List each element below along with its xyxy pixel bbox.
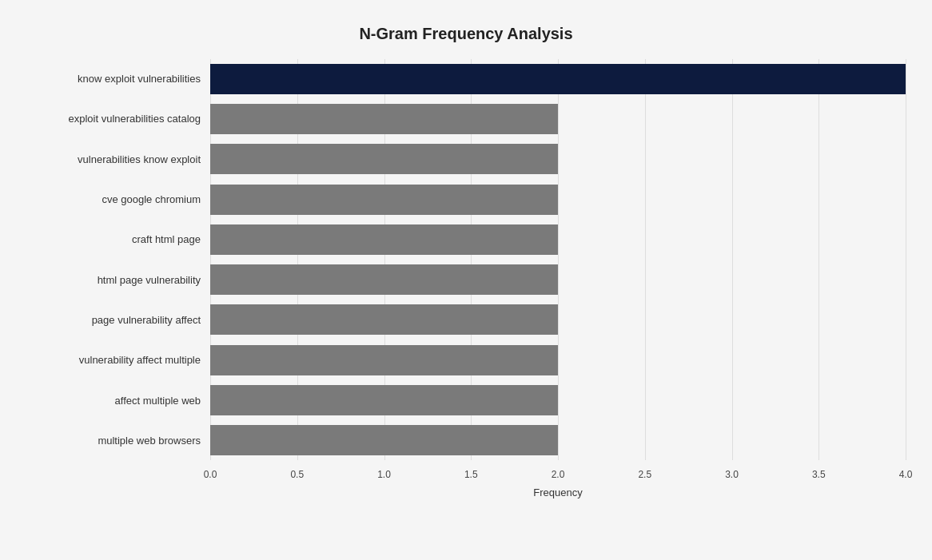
bar-label: vulnerabilities know exploit [26,153,210,165]
bar-wrapper [210,380,906,420]
bar-row: html page vulnerability [26,260,906,300]
bar-label: multiple web browsers [26,435,210,447]
bar-row: affect multiple web [26,380,906,420]
bar-wrapper [210,300,906,340]
bar-wrapper [210,340,906,380]
bar-rect [210,425,558,455]
chart-area: know exploit vulnerabilitiesexploit vuln… [26,59,906,498]
bar-wrapper [210,220,906,260]
bar-rect [210,104,558,134]
bar-row: multiple web browsers [26,420,906,460]
bar-label: know exploit vulnerabilities [26,73,210,85]
bar-row: vulnerabilities know exploit [26,139,906,179]
bar-label: page vulnerability affect [26,314,210,326]
bar-wrapper [210,139,906,179]
bar-label: affect multiple web [26,395,210,407]
x-tick: 0.5 [290,469,304,480]
x-axis-label: Frequency [210,487,906,498]
bar-rect [210,304,558,335]
bar-row: know exploit vulnerabilities [26,59,906,99]
bar-rect [210,64,906,94]
bar-row: vulnerability affect multiple [26,340,906,380]
bar-label: cve google chromium [26,193,210,205]
x-tick: 0.0 [204,469,217,480]
bar-wrapper [210,99,906,139]
x-tick: 1.0 [377,469,391,480]
bar-wrapper [210,420,906,460]
x-tick: 3.5 [812,469,826,480]
bar-row: cve google chromium [26,179,906,219]
bars-section: know exploit vulnerabilitiesexploit vuln… [26,59,906,461]
bar-rect [210,224,558,255]
bar-rect [210,185,558,215]
bar-label: vulnerability affect multiple [26,354,210,366]
x-axis: 0.00.51.01.52.02.53.03.54.0 [210,467,906,483]
chart-title: N-Gram Frequency Analysis [26,25,906,43]
bar-label: html page vulnerability [26,274,210,286]
x-tick: 1.5 [464,469,478,480]
x-tick: 2.5 [638,469,651,480]
bar-rect [210,264,558,295]
bar-rect [210,345,558,375]
x-tick: 4.0 [899,469,913,480]
bar-label: exploit vulnerabilities catalog [26,113,210,125]
bar-wrapper [210,59,906,99]
bar-row: exploit vulnerabilities catalog [26,99,906,139]
x-tick: 2.0 [552,469,565,480]
bar-rect [210,144,558,174]
bar-row: page vulnerability affect [26,300,906,340]
bar-wrapper [210,260,906,300]
bar-row: craft html page [26,220,906,260]
bar-wrapper [210,179,906,219]
x-tick: 3.0 [725,469,739,480]
bar-rect [210,385,558,415]
bar-label: craft html page [26,233,210,245]
chart-container: N-Gram Frequency Analysis know exploit v… [10,9,922,552]
